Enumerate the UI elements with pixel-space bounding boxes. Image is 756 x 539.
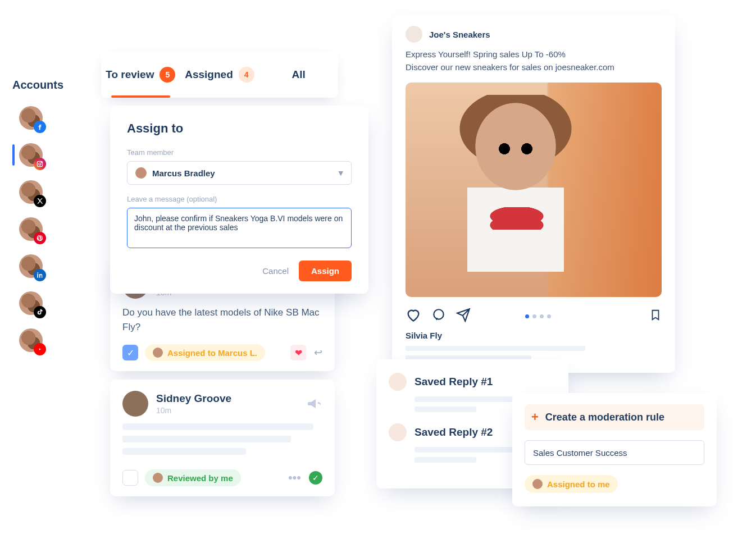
tiktok-icon <box>34 306 46 318</box>
instagram-icon <box>34 158 46 170</box>
comment-icon[interactable] <box>431 308 446 325</box>
facebook-icon <box>34 121 46 133</box>
create-moderation-rule-button[interactable]: + Create a moderation rule <box>525 404 704 430</box>
sneaker-icon <box>389 373 407 391</box>
team-member-value: Marcus Bradley <box>152 168 215 178</box>
tab-assigned[interactable]: Assigned 4 <box>180 52 259 98</box>
message-input[interactable] <box>127 208 352 248</box>
account-tiktok[interactable] <box>12 291 74 315</box>
megaphone-icon <box>308 398 322 410</box>
skeleton-line <box>122 423 313 430</box>
tab-to-review[interactable]: To review 5 <box>101 52 180 98</box>
comment-card: Sidney Groove 10m Reviewed by me ••• ✓ <box>110 380 335 496</box>
svg-point-7 <box>434 309 443 319</box>
comment-author: Sidney Groove <box>156 392 231 405</box>
share-icon[interactable] <box>456 308 471 325</box>
account-instagram[interactable] <box>12 143 74 167</box>
account-youtube[interactable] <box>12 328 74 352</box>
reply-icon[interactable]: ↩ <box>314 346 322 359</box>
tab-all[interactable]: All <box>259 52 338 98</box>
team-member-select[interactable]: Marcus Bradley ▾ <box>127 161 352 185</box>
tab-all-label: All <box>292 68 306 81</box>
more-menu[interactable]: ••• <box>288 471 301 485</box>
pinterest-icon <box>34 232 46 244</box>
moderation-title: Create a moderation rule <box>545 412 664 423</box>
tab-to-review-label: To review <box>106 68 154 81</box>
saved-reply-item[interactable]: Saved Reply #1 <box>389 373 556 391</box>
team-member-label: Team member <box>127 148 352 157</box>
accounts-title: Accounts <box>12 79 74 92</box>
post-text-line1: Express Yourself! Spring sales Up To -60… <box>406 49 566 59</box>
avatar <box>532 479 543 489</box>
tab-to-review-count: 5 <box>160 67 175 83</box>
tab-assigned-count: 4 <box>239 67 254 83</box>
linkedin-icon <box>34 269 46 281</box>
carousel-dots <box>525 314 551 318</box>
post-image <box>406 83 662 297</box>
select-checkbox[interactable]: ✓ <box>122 345 138 360</box>
moderation-rule-input[interactable] <box>525 440 704 465</box>
avatar <box>135 167 147 179</box>
assign-title: Assign to <box>127 121 352 136</box>
accounts-list <box>12 106 74 352</box>
avatar <box>153 473 163 483</box>
tab-assigned-label: Assigned <box>185 68 233 81</box>
plus-icon: + <box>531 410 539 424</box>
message-label: Leave a message (optional) <box>127 195 352 203</box>
avatar <box>406 26 422 43</box>
saved-reply-title: Saved Reply #1 <box>415 376 493 388</box>
x-icon <box>34 195 46 207</box>
skeleton-line <box>415 396 516 402</box>
skeleton-line <box>415 447 516 453</box>
svg-point-2 <box>41 162 42 163</box>
post-text-line2: Discover our new sneakers for sales on j… <box>406 62 614 72</box>
reviewed-pill: Reviewed by me <box>145 469 241 486</box>
comment-time: 10m <box>156 406 231 415</box>
assigned-to-me-pill: Assigned to me <box>525 475 618 493</box>
avatar <box>122 391 148 417</box>
sneaker-icon <box>389 423 407 441</box>
like-button[interactable]: ❤ <box>290 345 306 360</box>
reviewed-check-icon: ✓ <box>309 471 322 485</box>
svg-point-1 <box>39 163 41 165</box>
assign-button[interactable]: Assign <box>299 261 352 281</box>
review-tabs: To review 5 Assigned 4 All <box>101 52 338 98</box>
moderation-rule-card: + Create a moderation rule Assigned to m… <box>512 393 717 506</box>
reviewed-label: Reviewed by me <box>167 473 233 483</box>
post-commenter: Silvia Fly <box>406 331 662 340</box>
cancel-button[interactable]: Cancel <box>262 266 289 276</box>
post-preview-card: Joe's Sneakers Express Yourself! Spring … <box>392 15 675 373</box>
comment-body: Do you have the latest models of Nike SB… <box>122 305 322 334</box>
skeleton-line <box>122 448 246 455</box>
avatar <box>153 348 163 358</box>
select-checkbox[interactable] <box>122 470 138 486</box>
assign-to-dialog: Assign to Team member Marcus Bradley ▾ L… <box>110 106 368 294</box>
assigned-label: Assigned to Marcus L. <box>167 348 257 358</box>
bookmark-icon[interactable] <box>649 308 662 325</box>
assigned-pill: Assigned to Marcus L. <box>145 344 265 361</box>
skeleton-line <box>122 436 291 442</box>
account-pinterest[interactable] <box>12 217 74 241</box>
heart-icon[interactable] <box>406 307 421 325</box>
post-author: Joe's Sneakers <box>429 30 490 39</box>
skeleton-line <box>415 406 476 412</box>
account-facebook[interactable] <box>12 106 74 130</box>
skeleton-line <box>406 346 585 351</box>
account-x[interactable] <box>12 180 74 204</box>
chevron-down-icon: ▾ <box>339 168 343 178</box>
account-linkedin[interactable] <box>12 254 74 278</box>
skeleton-line <box>415 457 476 463</box>
assigned-to-me-label: Assigned to me <box>547 479 610 489</box>
saved-reply-title: Saved Reply #2 <box>415 426 493 438</box>
youtube-icon <box>34 343 46 355</box>
post-text: Express Yourself! Spring sales Up To -60… <box>406 48 662 74</box>
accounts-sidebar: Accounts <box>12 79 74 352</box>
